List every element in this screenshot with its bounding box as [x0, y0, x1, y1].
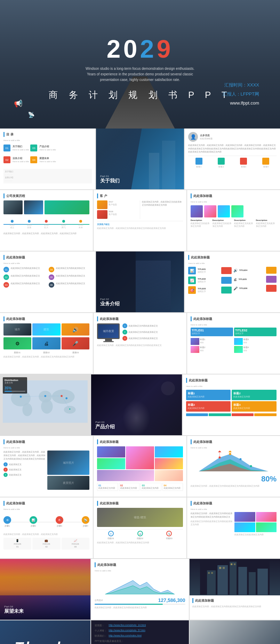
avatar: 👤: [188, 132, 198, 142]
blocks-header: 此处添加标题: [186, 378, 277, 383]
img-icons-slide: 此处添加标题 城市 建筑 🔊 ⚙ 🖨 🎤 搜索01 搜索02 搜索03 此处添加…: [0, 313, 94, 374]
audience-subtitle: 此处添加标题: [200, 137, 213, 140]
link-url-3: http://www.floo.com/index.html: [109, 634, 142, 637]
link-item-2: 个人博客： http://www.floo.com/photo_57.htm: [95, 629, 185, 633]
list-item-4: 04 此处添加正文内容此处添加正文: [49, 267, 92, 272]
svg-rect-30: [217, 565, 228, 595]
icon-title: 此处添加标题: [191, 255, 210, 260]
link-item-4: PPT发现问题及修改意见：: [95, 639, 185, 643]
slide-row-7: 此处添加标题 Here to add a title ⚙ 步骤1 📊 步骤2 🎯…: [0, 497, 280, 559]
list-item-6: 06 此处添加正文内容此处添加正文: [49, 282, 92, 288]
photo-steps-slide: 此处添加标题 01 此处添加正文内容 02 此处添加正文内容 03 此处添加: [94, 436, 187, 497]
part03-slide: Part 03 产品介绍: [91, 374, 182, 435]
img-icons-title: 此处添加标题: [6, 317, 25, 321]
svg-point-4: [41, 399, 53, 413]
desc-cards-slide: 此处添加标题 Here to add a title Description 此…: [187, 190, 280, 251]
svg-rect-34: [257, 569, 268, 595]
report-person: 汇报人：LFPPT网: [223, 90, 259, 99]
part02-slide: Part 02 业务介绍: [96, 251, 185, 312]
link-url-2: http://www.floo.com/photo_57.htm: [109, 629, 145, 631]
part04-label: Part 04: [4, 605, 24, 608]
part01-slide: Part 01 关于我们: [96, 129, 185, 189]
mountain-chart: [191, 451, 277, 471]
text-img-slide: 此处添加标题 Here to add a title 此处添加正文内容，此处添加…: [0, 436, 94, 497]
svg-rect-36: [211, 572, 213, 574]
audience-tags: 标签1 标签2 标签3 标签4: [188, 158, 277, 168]
svg-marker-24: [218, 451, 222, 452]
svg-point-20: [240, 458, 242, 460]
svg-rect-32: [238, 567, 247, 595]
part02-label: Part 02: [100, 298, 120, 301]
list-item-3: 03 此处添加正文内容此处添加正文: [3, 282, 47, 288]
report-time: 汇报时间：XXXX: [223, 81, 259, 90]
data-title: 此处添加标题: [193, 317, 212, 321]
toc-item-3: 03 产品介绍 Here to add a title: [30, 145, 56, 151]
slide-row-4: 此处添加标题 城市 建筑 🔊 ⚙ 🖨 🎤 搜索01 搜索02 搜索03 此处添加…: [0, 313, 280, 374]
hero-slide: 2029 Windson studio is a long-term focus…: [0, 0, 280, 129]
blocks-title: 此处添加标题: [189, 378, 208, 383]
client-title: 客 户: [100, 194, 107, 198]
link-url-1: http://www.floo.com/photo_14.html: [109, 624, 146, 626]
part04-title: 展望未来: [4, 608, 24, 614]
part03-label: Part 03: [95, 421, 115, 424]
part04-slide: Part 04 展望未来: [0, 559, 91, 620]
svg-rect-37: [219, 567, 221, 569]
thanks-text: Thanks: [15, 639, 76, 644]
mountain-title: 此处添加标题: [193, 440, 212, 444]
num-5: 05: [49, 274, 54, 280]
speaker-icon: 📢: [14, 99, 23, 108]
thanks-slide: Thanks 感谢您的观看: [0, 620, 91, 644]
part01-title: 关于我们: [100, 178, 120, 184]
part02-title: 业务介绍: [100, 301, 120, 307]
toc-num-2: 02: [3, 156, 10, 163]
part01-label: Part 01: [100, 175, 120, 178]
list-item-2: 02 此处添加正文内容此处添加正文: [3, 274, 47, 280]
icon-grid-slide: 此处添加标题 Here to add a title 📊 TITLE01 说明文…: [185, 251, 280, 312]
link-item-3: 联系我们： http://www.floo.com/index.html: [95, 634, 185, 638]
desc-header: 此处添加标题: [191, 193, 277, 198]
svg-rect-33: [249, 572, 256, 595]
svg-point-21: [250, 465, 252, 467]
audience-title: 众多信息: [200, 134, 213, 137]
toc-text-4: 展望未来 Here to add a title: [39, 157, 56, 163]
building-svg: [190, 560, 280, 595]
slide-row-9: Thanks 感谢您的观看 背景图： http://www.floo.com/p…: [0, 620, 280, 644]
list-item-5: 05 此处添加正文内容此处添加正文: [49, 274, 92, 280]
data-header: 此处添加标题: [191, 316, 277, 321]
photo-steps-title: 此处添加标题: [100, 440, 119, 444]
num-header: 此处添加标题: [3, 255, 92, 260]
slide-row-2: 公司发展历程 2005 成立 2009 发展: [0, 190, 280, 251]
monitor-header: 此处添加标题: [97, 316, 183, 321]
svg-marker-25: [229, 451, 232, 452]
year-prefix: 20: [106, 35, 140, 63]
svg-rect-38: [223, 567, 225, 569]
hero-subtitle: Windson studio is a long-term focus demo…: [86, 66, 194, 83]
num-4: 04: [49, 267, 54, 272]
empty-cell-9: 空白: [190, 620, 280, 644]
part02-overlay: Part 02 业务介绍: [100, 298, 120, 307]
text-img-title: 此处添加标题: [6, 440, 25, 444]
hero-website: www.lfppt.com: [223, 99, 259, 108]
toc-title: 目 录: [6, 132, 14, 137]
photo-steps-header: 此处添加标题: [97, 439, 183, 444]
part03-title: 产品介绍: [95, 424, 115, 430]
svg-point-5: [52, 389, 75, 404]
icon-header: 此处添加标题: [188, 255, 277, 260]
svg-rect-29: [207, 570, 216, 595]
num-3: 03: [3, 282, 9, 288]
slide-row-5: Distribution 业务分布 35%: [0, 374, 280, 436]
satellite-icon: 📡: [28, 112, 35, 118]
svg-rect-35: [208, 572, 210, 574]
steps-header: 此处添加标题: [3, 501, 89, 506]
svg-point-11: [69, 408, 71, 410]
history-title: 公司发展历程: [6, 194, 25, 198]
toc-text-1: 关于我们 Here to add a title: [13, 145, 29, 151]
keyboard-steps-slide: 此处添加标题 键盘/建筑 ⚙ 功能01 📊 功能02 📡 功能03 此处添加正文…: [94, 497, 187, 558]
data-table-slide: 此处添加标题 Here to add a title TITLE01 说明文字 …: [187, 313, 280, 374]
area-chart: [95, 573, 185, 594]
divider: [188, 156, 277, 156]
progress-value: 80%: [261, 474, 277, 483]
img-icons-labels: 搜索01 搜索02 搜索03: [3, 351, 89, 354]
part03-overlay: Part 03 产品介绍: [95, 421, 115, 430]
link-label-4: PPT发现问题及修改意见：: [95, 639, 126, 643]
